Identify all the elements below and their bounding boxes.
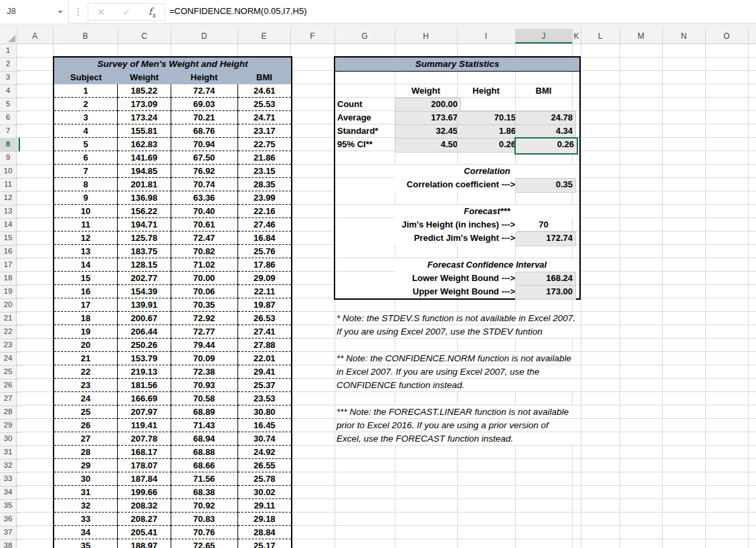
formula-input[interactable]: =CONFIDENCE.NORM(0.05,I7,H5) (169, 0, 307, 23)
cell[interactable]: 28 (54, 446, 118, 459)
cell[interactable]: 67.50 (171, 151, 238, 165)
cell[interactable]: 70.06 (171, 285, 238, 298)
cell[interactable]: 128.15 (118, 258, 171, 272)
column-header-F[interactable]: F (290, 29, 335, 43)
correlation-value-cell[interactable]: 0.35 (515, 178, 576, 193)
column-header-N[interactable]: N (662, 29, 706, 43)
cell[interactable]: 79.44 (171, 339, 238, 352)
cell[interactable]: 0.26 (457, 138, 519, 153)
row-header-33[interactable]: 33 (0, 472, 20, 486)
cell[interactable]: 71.56 (171, 472, 238, 486)
column-header-E[interactable]: E (238, 29, 291, 43)
cell[interactable]: 32.45 (395, 124, 461, 139)
row-header-21[interactable]: 21 (0, 312, 20, 326)
forecast-title[interactable]: Forecast*** (395, 205, 579, 218)
select-all-corner[interactable] (0, 29, 17, 43)
column-header-J[interactable]: J (515, 29, 573, 43)
row-header-14[interactable]: 14 (0, 218, 20, 232)
row-header-10[interactable]: 10 (0, 165, 20, 179)
cell[interactable]: 194.85 (118, 165, 171, 178)
cell[interactable]: 68.38 (171, 486, 238, 499)
cell[interactable]: 68.88 (171, 446, 238, 459)
cell[interactable]: 21 (54, 352, 118, 365)
summary-row-label[interactable]: Standard* (335, 124, 397, 138)
cell[interactable]: 5 (54, 138, 118, 151)
cell[interactable]: 24.92 (238, 446, 291, 459)
row-header-28[interactable]: 28 (0, 405, 20, 420)
cell[interactable]: 22.11 (238, 285, 291, 298)
cell[interactable]: 14 (54, 258, 118, 272)
summary-row-label[interactable]: Count (335, 98, 397, 111)
cell[interactable]: 35 (54, 539, 118, 548)
cell[interactable]: 153.79 (118, 352, 171, 365)
cell[interactable]: 23.17 (238, 124, 291, 138)
cell[interactable]: 33 (54, 513, 118, 526)
cell[interactable]: 70.82 (171, 245, 238, 258)
cell[interactable]: 29 (54, 459, 118, 472)
row-header-3[interactable]: 3 (0, 71, 20, 85)
row-header-23[interactable]: 23 (0, 339, 20, 353)
cell[interactable]: 166.69 (118, 392, 171, 405)
cell[interactable]: 19 (54, 325, 118, 339)
cell[interactable]: 30.02 (238, 486, 291, 499)
column-header-I[interactable]: I (457, 29, 516, 43)
row-header-38[interactable]: 38 (0, 539, 20, 548)
cell[interactable]: 24.71 (238, 111, 291, 124)
row-header-36[interactable]: 36 (0, 513, 20, 527)
row-header-7[interactable]: 7 (0, 124, 20, 139)
forecast-weight-label[interactable]: Predict Jim's Weight ---> (335, 232, 517, 245)
row-header-29[interactable]: 29 (0, 419, 20, 433)
cell[interactable]: 31 (54, 486, 118, 499)
forecast-weight-value-cell[interactable]: 172.74 (515, 232, 576, 246)
row-header-17[interactable]: 17 (0, 258, 20, 272)
row-header-27[interactable]: 27 (0, 392, 20, 406)
column-header-K[interactable]: K (572, 29, 581, 43)
cell[interactable]: 125.78 (118, 232, 171, 245)
column-header-M[interactable]: M (620, 29, 663, 43)
cell[interactable]: 219.13 (118, 365, 171, 379)
cell[interactable]: 22 (54, 365, 118, 379)
cell[interactable]: 28.84 (238, 526, 291, 539)
summary-col-header-weight[interactable]: Weight (395, 84, 457, 98)
cell[interactable]: 16.45 (238, 419, 291, 432)
cell[interactable]: 173.09 (118, 98, 171, 111)
cell[interactable]: 1 (54, 84, 118, 98)
cell[interactable]: 22.75 (238, 138, 291, 151)
column-header-D[interactable]: D (171, 29, 238, 43)
cell[interactable]: 173.24 (118, 111, 171, 124)
column-header-O[interactable]: O (705, 29, 749, 43)
cell[interactable]: 8 (54, 178, 118, 191)
cell[interactable]: 200.67 (118, 312, 171, 325)
cell[interactable]: 16.84 (238, 232, 291, 245)
cell[interactable]: 207.97 (118, 405, 171, 419)
summary-title[interactable]: Summary Statistics (335, 58, 579, 72)
row-header-30[interactable]: 30 (0, 432, 20, 446)
cell[interactable]: 29.41 (238, 365, 291, 379)
cell[interactable]: 24.78 (515, 111, 576, 126)
cell[interactable]: 250.26 (118, 339, 171, 352)
cell[interactable]: 70.35 (171, 298, 238, 312)
note-text[interactable]: CONFIDENCE function instead. (335, 379, 578, 392)
cell[interactable]: 70.58 (171, 392, 238, 405)
cell[interactable]: 25.53 (238, 98, 291, 111)
row-header-2[interactable]: 2 (0, 58, 20, 72)
cell[interactable]: 10 (54, 205, 118, 218)
cell[interactable]: 18 (54, 312, 118, 325)
row-header-19[interactable]: 19 (0, 285, 20, 299)
row-header-37[interactable]: 37 (0, 526, 20, 540)
cell[interactable]: 13 (54, 245, 118, 258)
cell[interactable]: 12 (54, 232, 118, 245)
cell[interactable]: 29.18 (238, 513, 291, 526)
cell[interactable]: 208.32 (118, 499, 171, 513)
cell[interactable]: 70.61 (171, 218, 238, 232)
cell[interactable]: 68.66 (171, 459, 238, 472)
row-header-11[interactable]: 11 (0, 178, 20, 192)
column-header-H[interactable]: H (395, 29, 458, 43)
cell[interactable]: 23.15 (238, 165, 291, 178)
cell[interactable]: 201.81 (118, 178, 171, 191)
cell[interactable]: 17 (54, 298, 118, 312)
row-header-15[interactable]: 15 (0, 232, 20, 246)
cell[interactable]: 6 (54, 151, 118, 165)
cell[interactable]: 70.83 (171, 513, 238, 526)
lower-bound-label[interactable]: Lower Weight Bound ---> (335, 272, 517, 285)
